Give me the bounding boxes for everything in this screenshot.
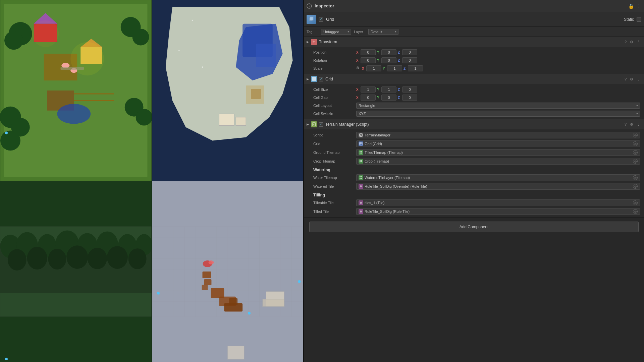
scale-z-value[interactable]: 1 bbox=[408, 65, 423, 71]
layer-dropdown[interactable]: Default bbox=[368, 29, 398, 35]
cell-layout-dropdown[interactable]: Rectangle bbox=[356, 103, 640, 109]
svg-point-56 bbox=[88, 248, 107, 269]
transform-component-icon bbox=[311, 39, 317, 45]
lock-icon[interactable]: 🔒 bbox=[628, 3, 634, 9]
cell-gap-y-value[interactable]: 0 bbox=[381, 95, 396, 101]
grid-actions: ? ⚙ ⋮ bbox=[624, 77, 641, 82]
svg-rect-85 bbox=[314, 77, 316, 79]
grid-help-btn[interactable]: ? bbox=[624, 77, 628, 82]
cell-gap-x-value[interactable]: 0 bbox=[361, 95, 376, 101]
add-component-container: Add Component bbox=[304, 218, 644, 236]
transform-name: Transform bbox=[319, 40, 622, 44]
svg-rect-110 bbox=[361, 178, 362, 179]
terrain-settings-btn[interactable]: ⚙ bbox=[629, 122, 634, 127]
scene-view-map[interactable] bbox=[152, 0, 304, 181]
watering-section-row: Watering bbox=[304, 166, 644, 173]
grid-menu-btn[interactable]: ⋮ bbox=[636, 77, 641, 82]
grid-ref-icon bbox=[359, 141, 363, 146]
script-ref-circle[interactable]: ◎ bbox=[633, 133, 638, 137]
svg-point-60 bbox=[5, 358, 8, 360]
gameobject-enabled-checkbox[interactable] bbox=[319, 17, 323, 22]
ground-tilemap-circle[interactable]: ◎ bbox=[633, 150, 638, 155]
grid-ref[interactable]: Grid (Grid) ◎ bbox=[356, 140, 640, 147]
cell-size-x-value[interactable]: 1 bbox=[361, 86, 376, 93]
svg-rect-100 bbox=[361, 153, 362, 154]
cell-size-row: Cell Size X 1 Y 1 Z 0 bbox=[304, 85, 644, 94]
cell-size-y-value[interactable]: 1 bbox=[381, 86, 396, 93]
tilled-tile-ref[interactable]: RuleTile_SoilDig (Rule Tile) ◎ bbox=[356, 208, 640, 215]
static-checkbox[interactable] bbox=[637, 17, 641, 22]
svg-rect-73 bbox=[262, 299, 284, 307]
tilled-tile-text: RuleTile_SoilDig (Rule Tile) bbox=[365, 209, 410, 214]
svg-point-54 bbox=[48, 249, 66, 269]
grid-header[interactable]: ▶ Grid ? ⚙ ⋮ bbox=[304, 74, 644, 84]
crop-tilemap-circle[interactable]: ◎ bbox=[633, 159, 638, 164]
ground-tilemap-row: Ground Tilemap TilledTilemap (Tilemap) ◎ bbox=[304, 148, 644, 157]
tilleable-tile-label: Tilleable Tile bbox=[313, 201, 354, 205]
crop-tilemap-ref[interactable]: Crop (Tilemap) ◎ bbox=[356, 158, 640, 165]
grid-settings-btn[interactable]: ⚙ bbox=[629, 77, 634, 82]
transform-header[interactable]: ▶ Transform ? ⚙ ⋮ bbox=[304, 37, 644, 47]
svg-rect-93 bbox=[361, 142, 362, 144]
tag-dropdown[interactable]: Untagged bbox=[321, 29, 351, 35]
tilleable-tile-row: Tilleable Tile tiles_1 (Tile) ◎ bbox=[304, 198, 644, 207]
tilled-tile-label: Tilled Tile bbox=[313, 209, 354, 214]
water-tilemap-ref[interactable]: WateredTileLayer (Tilemap) ◎ bbox=[356, 174, 640, 181]
cell-gap-z-value[interactable]: 0 bbox=[402, 95, 417, 101]
terrain-actions: ? ⚙ ⋮ bbox=[624, 122, 641, 127]
svg-rect-104 bbox=[360, 161, 361, 162]
transform-help-btn[interactable]: ? bbox=[624, 40, 628, 45]
position-y-value[interactable]: 0 bbox=[381, 49, 396, 55]
terrain-menu-btn[interactable]: ⋮ bbox=[636, 122, 641, 127]
water-tilemap-circle[interactable]: ◎ bbox=[633, 175, 638, 180]
transform-menu-btn[interactable]: ⋮ bbox=[636, 40, 641, 45]
watered-tile-circle[interactable]: ◎ bbox=[633, 184, 638, 189]
tilled-tile-circle[interactable]: ◎ bbox=[633, 209, 638, 214]
svg-point-116 bbox=[360, 210, 362, 213]
scale-x-value[interactable]: 1 bbox=[366, 65, 381, 71]
rotation-label: Rotation bbox=[313, 58, 354, 62]
position-x-value[interactable]: 0 bbox=[361, 49, 376, 55]
script-ref[interactable]: # TerrainManager ◎ bbox=[356, 132, 640, 138]
svg-point-77 bbox=[248, 312, 251, 315]
script-ref-text: TerrainManager bbox=[365, 133, 390, 137]
terrain-help-btn[interactable]: ? bbox=[624, 122, 628, 127]
scene-view-farm[interactable] bbox=[0, 0, 152, 181]
svg-point-55 bbox=[66, 245, 88, 269]
grid-arrow-icon: ▶ bbox=[307, 77, 309, 81]
scene-view-forest[interactable] bbox=[0, 181, 152, 362]
svg-rect-74 bbox=[227, 346, 244, 359]
tag-layer-row: Tag Untagged Layer Default bbox=[304, 27, 644, 37]
cell-size-z-value[interactable]: 0 bbox=[402, 86, 417, 93]
inspector-icon: i bbox=[307, 3, 312, 9]
terrain-enabled-checkbox[interactable] bbox=[319, 122, 323, 127]
water-tilemap-label: Water Tilemap bbox=[313, 176, 354, 180]
grid-ref-circle[interactable]: ◎ bbox=[633, 141, 638, 146]
grid-enabled-checkbox[interactable] bbox=[319, 77, 323, 81]
cell-swizzle-dropdown[interactable]: XYZ bbox=[356, 111, 640, 117]
terrain-manager-header[interactable]: ▶ # Terrain Manager (Script) ? ⚙ ⋮ bbox=[304, 119, 644, 129]
ground-tilemap-ref[interactable]: TilledTilemap (Tilemap) ◎ bbox=[356, 149, 640, 156]
add-component-button[interactable]: Add Component bbox=[309, 222, 639, 232]
tilleable-tile-circle[interactable]: ◎ bbox=[633, 200, 638, 205]
watered-tile-ref[interactable]: RuleTile_SoilDig (Override) (Rule Tile) … bbox=[356, 183, 640, 190]
script-label: Script bbox=[313, 133, 354, 137]
svg-point-64 bbox=[208, 260, 214, 264]
rotation-y-value[interactable]: 0 bbox=[381, 57, 396, 63]
scale-y-value[interactable]: 1 bbox=[387, 65, 402, 71]
cell-gap-row: Cell Gap X 0 Y 0 Z 0 bbox=[304, 94, 644, 102]
scene-view-movement[interactable] bbox=[152, 181, 304, 362]
svg-rect-87 bbox=[314, 79, 316, 81]
svg-rect-103 bbox=[361, 160, 362, 161]
position-z-value[interactable]: 0 bbox=[402, 49, 417, 55]
rotation-z-label: Z bbox=[398, 59, 401, 62]
rotation-x-value[interactable]: 0 bbox=[361, 57, 376, 63]
tilleable-tile-ref[interactable]: tiles_1 (Tile) ◎ bbox=[356, 199, 640, 206]
inspector-menu-icon[interactable]: ⋮ bbox=[637, 3, 641, 9]
scale-y-axis: Y 1 bbox=[383, 65, 402, 71]
rotation-z-value[interactable]: 0 bbox=[402, 57, 417, 63]
transform-settings-btn[interactable]: ⚙ bbox=[629, 40, 634, 45]
grid-ref-row: Grid Grid (Grid) ◎ bbox=[304, 139, 644, 148]
script-ref-icon: # bbox=[359, 133, 363, 137]
scale-values: ⛓ X 1 Y 1 Z 1 bbox=[356, 65, 640, 71]
